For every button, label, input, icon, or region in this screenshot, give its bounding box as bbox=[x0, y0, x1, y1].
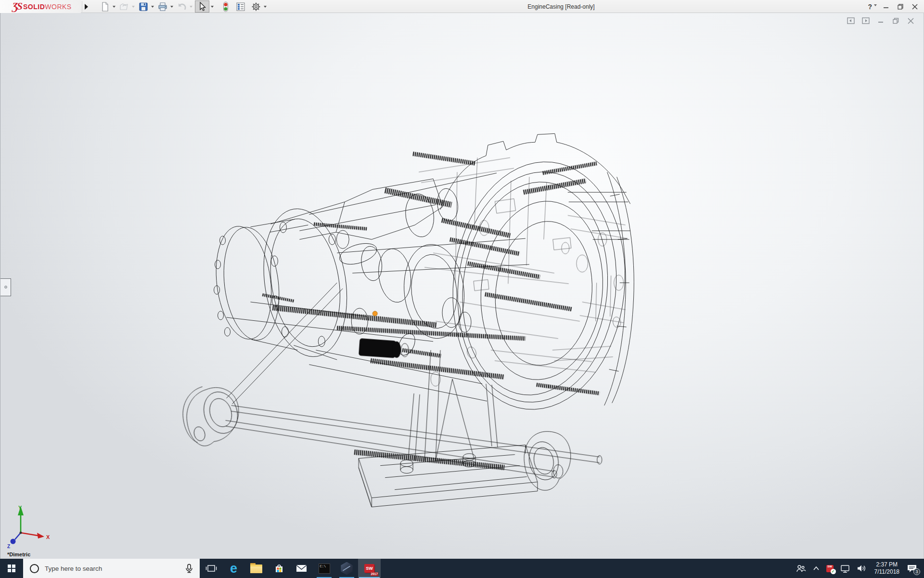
people-icon bbox=[796, 564, 806, 573]
open-dropdown-caret[interactable] bbox=[132, 6, 135, 8]
title-bar: ƷS SOLID WORKS bbox=[0, 0, 924, 13]
undo-button[interactable] bbox=[176, 0, 188, 13]
solidworks-tray-icon: SW ✓ bbox=[826, 565, 834, 572]
axis-x-label: X bbox=[46, 534, 50, 540]
solidworks-icon: SW bbox=[364, 564, 374, 573]
start-button[interactable] bbox=[0, 559, 23, 578]
help-dropdown-caret[interactable] bbox=[874, 4, 877, 6]
quick-access-toolbar bbox=[99, 0, 269, 13]
taskbar-edge[interactable]: e bbox=[222, 559, 245, 578]
clock-date: 7/11/2018 bbox=[874, 568, 900, 576]
taskbar-file-explorer[interactable] bbox=[245, 559, 268, 578]
windows-logo-icon bbox=[8, 565, 16, 573]
taskbar-store[interactable] bbox=[268, 559, 290, 578]
solidworks-year-badge: 2017 bbox=[371, 572, 378, 576]
undo-dropdown-caret[interactable] bbox=[190, 6, 192, 8]
taskbar-hexagon-app[interactable] bbox=[335, 559, 358, 578]
select-tool-button[interactable] bbox=[195, 0, 209, 13]
new-document-button[interactable] bbox=[99, 0, 111, 13]
brand-solid: SOLID bbox=[23, 3, 45, 11]
tray-solidworks-status[interactable]: SW ✓ bbox=[823, 559, 837, 578]
brand-works: WORKS bbox=[45, 3, 71, 11]
taskbar-search[interactable] bbox=[23, 559, 200, 578]
minimize-icon bbox=[884, 4, 889, 9]
options-gear-icon bbox=[251, 1, 261, 12]
open-folder-icon bbox=[119, 1, 129, 12]
taskbar-mail[interactable] bbox=[290, 559, 313, 578]
rebuild-button[interactable] bbox=[220, 0, 231, 13]
print-button[interactable] bbox=[156, 0, 169, 13]
action-center-button[interactable]: 3 bbox=[904, 559, 922, 578]
command-prompt-icon: C:\ bbox=[319, 564, 330, 574]
chevron-up-icon bbox=[813, 566, 820, 571]
save-button[interactable] bbox=[137, 0, 150, 13]
save-floppy-icon bbox=[138, 1, 149, 12]
menu-flyout-button[interactable] bbox=[82, 1, 90, 12]
file-explorer-icon bbox=[250, 565, 262, 573]
save-dropdown-caret[interactable] bbox=[151, 6, 154, 8]
cortana-icon bbox=[30, 564, 39, 573]
flyout-arrow-icon bbox=[85, 4, 88, 10]
volume-button[interactable] bbox=[853, 559, 870, 578]
edge-icon: e bbox=[230, 562, 237, 575]
task-view-icon bbox=[205, 564, 217, 574]
window-controls: ? bbox=[868, 0, 920, 13]
task-view-button[interactable] bbox=[200, 559, 222, 578]
microphone-icon[interactable] bbox=[184, 564, 194, 574]
taskbar-command-prompt[interactable]: C:\ bbox=[313, 559, 335, 578]
document-title: EngineCasing [Read-only] bbox=[527, 0, 594, 13]
clock-time: 2:37 PM bbox=[876, 561, 898, 568]
speaker-icon bbox=[857, 564, 867, 573]
minimize-button[interactable] bbox=[881, 1, 891, 12]
mail-icon bbox=[295, 564, 308, 573]
undo-icon bbox=[177, 1, 187, 12]
taskbar-solidworks[interactable]: SW 2017 bbox=[358, 559, 381, 578]
print-dropdown-caret[interactable] bbox=[170, 6, 173, 8]
view-orientation-label: *Dimetric bbox=[7, 552, 30, 557]
store-icon bbox=[273, 563, 285, 574]
select-dropdown-caret[interactable] bbox=[211, 6, 214, 8]
graphics-area[interactable]: Y X Z *Dimetric bbox=[0, 13, 924, 559]
restore-button[interactable] bbox=[895, 1, 906, 12]
open-button[interactable] bbox=[118, 0, 130, 13]
new-document-icon bbox=[100, 1, 110, 12]
clock[interactable]: 2:37 PM 7/11/2018 bbox=[870, 559, 904, 578]
properties-list-icon bbox=[235, 1, 246, 12]
search-input[interactable] bbox=[45, 565, 165, 572]
tray-overflow-button[interactable] bbox=[809, 559, 823, 578]
close-icon bbox=[912, 4, 918, 10]
new-dropdown-caret[interactable] bbox=[113, 6, 116, 8]
rebuild-traffic-light-icon bbox=[221, 1, 231, 13]
network-icon bbox=[840, 564, 850, 573]
notification-count-badge: 3 bbox=[913, 568, 920, 575]
hexagon-app-icon bbox=[340, 562, 353, 575]
network-button[interactable] bbox=[837, 559, 853, 578]
select-cursor-icon bbox=[196, 1, 208, 12]
axis-z-label: Z bbox=[7, 544, 10, 549]
axis-y-label: Y bbox=[18, 505, 22, 511]
system-tray: SW ✓ 2:37 PM 7/11/2018 bbox=[792, 559, 924, 578]
solidworks-logo: ƷS SOLID WORKS bbox=[0, 0, 81, 13]
people-button[interactable] bbox=[792, 559, 809, 578]
help-button[interactable]: ? bbox=[868, 3, 872, 11]
close-button[interactable] bbox=[910, 1, 920, 12]
options-dropdown-caret[interactable] bbox=[264, 6, 267, 8]
origin-marker bbox=[372, 311, 377, 316]
print-icon bbox=[157, 1, 168, 12]
engine-casing-wireframe bbox=[0, 13, 924, 559]
ds-logo-mark: ƷS bbox=[13, 0, 22, 13]
windows-taskbar: e C:\ SW 2017 bbox=[0, 559, 924, 578]
file-properties-button[interactable] bbox=[234, 0, 247, 13]
options-button[interactable] bbox=[250, 0, 262, 13]
coordinate-triad: Y X Z bbox=[2, 503, 55, 551]
check-icon: ✓ bbox=[831, 569, 836, 574]
restore-icon bbox=[898, 4, 903, 10]
